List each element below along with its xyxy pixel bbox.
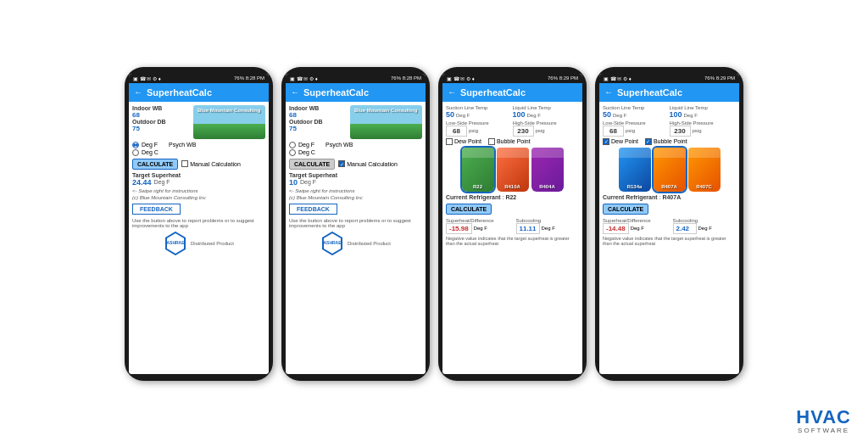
report-text-2: Use the button above to report problems … <box>289 218 422 228</box>
copyright-1: (c) Blue Mountain Consulting Inc <box>132 195 265 200</box>
status-time-3: 76% 8:29 PM <box>548 75 578 81</box>
back-arrow-icon-4[interactable]: ← <box>604 87 613 97</box>
target-superheat-1: Target Superheat 24.44 Deg F <box>132 172 265 187</box>
indoor-wb-value: 68 <box>132 111 166 119</box>
phone-2-screen: ▣ ☎ ✉ ⚙ ♦ 76% 8:28 PM ← SuperheatCalc In… <box>286 74 426 374</box>
bubble-point-box-3[interactable] <box>488 138 495 145</box>
phone-4-screen: ▣ ☎ ✉ ⚙ ♦ 76% 8:29 PM ← SuperheatCalc Su… <box>599 74 739 374</box>
deg-c-radio-circle[interactable] <box>132 149 139 156</box>
calculate-button-3[interactable]: CALCULATE <box>446 204 492 215</box>
suction-field-3: Suction Line Temp 50 Deg F <box>446 105 513 119</box>
hvac-logo: HVAC SOFTWARE <box>796 408 851 434</box>
temp-header-3: Suction Line Temp 50 Deg F Liquid Line T… <box>446 105 579 119</box>
subcooling-val-3: 11.11 <box>516 223 540 234</box>
dew-point-box-4[interactable]: ✓ <box>603 138 609 145</box>
ashrae-hex-icon-1: ASHRAE <box>164 232 187 255</box>
negative-note-4: Negative value indicates that the target… <box>603 236 736 246</box>
subcooling-val-4: 2.42 <box>673 223 697 234</box>
landscape-banner-2: Blue Mountain Consulting <box>354 108 417 113</box>
dew-point-checkbox-4[interactable]: ✓ Dew Point <box>603 138 638 145</box>
bubble-point-checkbox-3[interactable]: Bubble Point <box>488 138 531 145</box>
deg-f-radio[interactable]: Deg F Psych WB <box>132 142 265 148</box>
feedback-button-2[interactable]: FEEDBACK <box>289 204 337 215</box>
status-icons-2: ▣ ☎ ✉ ⚙ ♦ <box>290 75 318 81</box>
r407c-can[interactable]: R407C <box>688 148 721 192</box>
feedback-button-1[interactable]: FEEDBACK <box>132 204 181 215</box>
pressure-row-4: Low-Side Pressure 68 psig High-Side Pres… <box>603 120 736 137</box>
phone-4-content: Suction Line Temp 50 Deg F Liquid Line T… <box>599 102 739 374</box>
target-val-1: 24.44 <box>132 178 152 187</box>
dew-point-box-3[interactable] <box>446 138 453 145</box>
phone-1-wrapper: ▣ ☎ ✉ ⚙ ♦ 76% 8:28 PM ← SuperheatCalc In… <box>125 67 273 381</box>
phone-1-app-title: SuperheatCalc <box>147 87 212 98</box>
subcooling-field-4: Subcooling 2.42 Deg F <box>673 218 737 234</box>
manual-calc-checkbox-2[interactable]: ✓ Manual Calculation <box>338 160 398 167</box>
calc-row-2: CALCULATE ✓ Manual Calculation <box>289 159 422 170</box>
r404a-can[interactable]: R404A <box>531 148 564 192</box>
deg-c-radio[interactable]: Deg C <box>132 149 265 156</box>
phone-4-app-header: ← SuperheatCalc <box>599 83 739 102</box>
phone-2-status-bar: ▣ ☎ ✉ ⚙ ♦ 76% 8:28 PM <box>286 74 426 83</box>
hvac-subtitle: SOFTWARE <box>796 427 851 434</box>
report-text-1: Use the button above to report problems … <box>132 218 265 228</box>
deg-c-radio-2[interactable]: Deg C <box>289 149 422 156</box>
bubble-point-box-4[interactable]: ✓ <box>645 138 652 145</box>
phone-3-app-title: SuperheatCalc <box>460 87 526 98</box>
status-time-4: 76% 8:29 PM <box>704 75 735 81</box>
refrigerant-cans-3: R22 R410A R404A <box>446 148 579 192</box>
phone-3-wrapper: ▣ ☎ ✉ ⚙ ♦ 76% 8:29 PM ← SuperheatCalc Su… <box>438 67 587 381</box>
lowside-field-4: Low-Side Pressure 68 psig <box>603 120 670 137</box>
deg-f-radio-circle-2[interactable] <box>289 142 296 148</box>
pressure-row-3: Low-Side Pressure 68 psig High-Side Pres… <box>446 120 579 137</box>
back-arrow-icon[interactable]: ← <box>134 87 142 97</box>
outdoor-db-value: 75 <box>132 125 166 132</box>
phone-1-content: Indoor WB 68 Outdoor DB 75 Blue Mountain… <box>129 102 269 374</box>
main-container: ▣ ☎ ✉ ⚙ ♦ 76% 8:28 PM ← SuperheatCalc In… <box>0 0 868 447</box>
deg-f-radio-circle[interactable] <box>132 142 139 148</box>
phone-1-screen: ▣ ☎ ✉ ⚙ ♦ 76% 8:28 PM ← SuperheatCalc In… <box>129 74 269 374</box>
dp-bp-row-3: Dew Point Bubble Point <box>446 138 579 145</box>
phone-1: ▣ ☎ ✉ ⚙ ♦ 76% 8:28 PM ← SuperheatCalc In… <box>125 67 273 381</box>
target-superheat-2: Target Superheat 10 Deg F <box>289 172 422 187</box>
phone-2-app-header: ← SuperheatCalc <box>286 83 426 102</box>
calculate-button-4[interactable]: CALCULATE <box>603 204 648 215</box>
outdoor-db-value-2: 75 <box>289 125 323 132</box>
unit-radio-group-2: Deg F Psych WB Deg C <box>289 142 422 156</box>
superheat-diff-field-3: Superheat/Difference -15.98 Deg F <box>446 218 509 234</box>
dew-point-checkbox-3[interactable]: Dew Point <box>446 138 481 145</box>
calc-row-1: CALCULATE Manual Calculation <box>132 159 265 170</box>
lowside-field-3: Low-Side Pressure 68 psig <box>446 120 513 137</box>
phone-2-wrapper: ▣ ☎ ✉ ⚙ ♦ 76% 8:28 PM ← SuperheatCalc In… <box>281 67 430 381</box>
swipe-text-2: <- Swipe right for instructions <box>289 188 422 193</box>
svg-text:ASHRAE: ASHRAE <box>323 240 342 245</box>
r410a-can[interactable]: R410A <box>497 148 529 192</box>
result-row-3: Superheat/Difference -15.98 Deg F Subcoo… <box>446 218 579 234</box>
back-arrow-icon-3[interactable]: ← <box>448 87 456 97</box>
deg-c-radio-circle-2[interactable] <box>289 149 296 156</box>
r407a-can[interactable]: R407A <box>654 148 686 192</box>
r22-can[interactable]: R22 <box>462 148 494 192</box>
manual-checkbox-box-1[interactable] <box>181 160 188 167</box>
phone-3-app-header: ← SuperheatCalc <box>442 83 582 102</box>
subcooling-field-3: Subcooling 11.11 Deg F <box>516 218 580 234</box>
outdoor-db-label-2: Outdoor DB <box>289 119 323 125</box>
liquid-field-3: Liquid Line Temp 100 Deg F <box>513 105 580 119</box>
bubble-point-checkbox-4[interactable]: ✓ Bubble Point <box>645 138 687 145</box>
deg-f-radio-2[interactable]: Deg F Psych WB <box>289 142 422 148</box>
unit-radio-group: Deg F Psych WB Deg C <box>132 142 265 156</box>
phone-3-status-bar: ▣ ☎ ✉ ⚙ ♦ 76% 8:29 PM <box>442 74 582 83</box>
status-icons: ▣ ☎ ✉ ⚙ ♦ <box>133 75 161 81</box>
phone-4-wrapper: ▣ ☎ ✉ ⚙ ♦ 76% 8:29 PM ← SuperheatCalc Su… <box>595 67 743 381</box>
manual-calc-checkbox-1[interactable]: Manual Calculation <box>181 160 241 167</box>
status-icons-3: ▣ ☎ ✉ ⚙ ♦ <box>447 75 475 81</box>
indoor-wb-label-2: Indoor WB <box>289 105 323 111</box>
distributed-label-1: Distributed Product <box>191 241 234 246</box>
calculate-button-1[interactable]: CALCULATE <box>132 159 178 170</box>
superheat-diff-val-3: -15.98 <box>446 223 472 234</box>
highside-field-3: High-Side Pressure 230 psig <box>513 120 580 137</box>
calculate-button-2[interactable]: CALCULATE <box>289 159 335 170</box>
manual-checkbox-box-2[interactable]: ✓ <box>338 160 345 167</box>
back-arrow-icon-2[interactable]: ← <box>291 87 299 97</box>
r134a-can[interactable]: R134a <box>619 148 651 192</box>
status-time-2: 76% 8:28 PM <box>391 75 421 81</box>
